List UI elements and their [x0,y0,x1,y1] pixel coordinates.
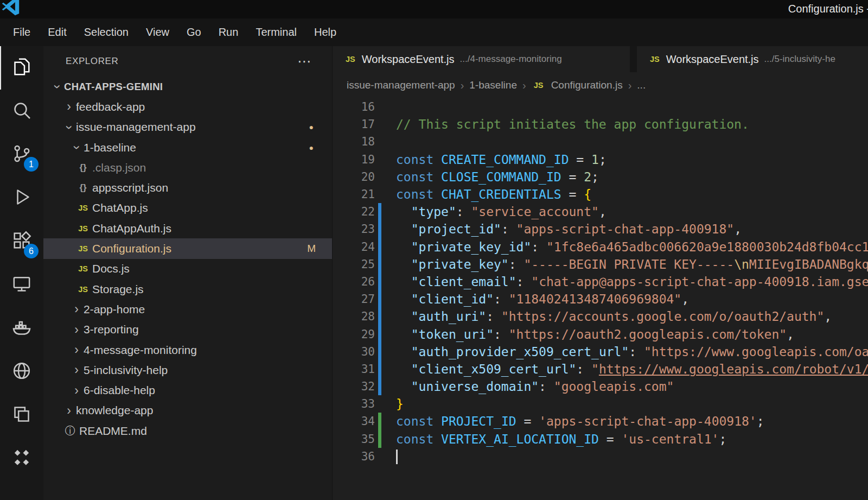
line-number[interactable]: 28 [333,310,375,323]
activity-bar-item-source-control[interactable]: 1 [0,133,43,176]
activity-bar-item-extension-pack[interactable] [0,437,43,480]
activity-bar-item-docker[interactable] [0,307,43,350]
line-number[interactable]: 34 [333,415,375,428]
tab-workspaceevent.js-2[interactable]: JSWorkspaceEvent.js.../5-inclusivity-he [637,46,868,72]
tree-item-3-reporting[interactable]: ›3-reporting [43,320,332,340]
menu-edit[interactable]: Edit [39,26,75,39]
tree-item-5-inclusivity-help[interactable]: ›5-inclusivity-help [43,360,332,380]
line-number[interactable]: 30 [333,345,375,358]
tree-item-chatappauth.js[interactable]: JSChatAppAuth.js [43,218,332,238]
line-number[interactable]: 35 [333,433,375,446]
menu-file[interactable]: File [4,26,39,39]
line-number[interactable]: 18 [333,135,375,148]
line-number[interactable]: 36 [333,450,375,463]
tree-item-chatapp.js[interactable]: JSChatApp.js [43,198,332,218]
line-number[interactable]: 27 [333,293,375,306]
menu-run[interactable]: Run [210,26,247,39]
code-line-20[interactable]: 20const CLOSE_COMMAND_ID = 2; [333,168,868,186]
breadcrumb-item[interactable]: 1-baseline [469,79,517,91]
tree-item-readme.md[interactable]: ⓘREADME.md [43,421,332,441]
activity-bar-item-run-debug[interactable] [0,176,43,220]
code-token: "client_x509_cert_url" [411,362,577,376]
code-line-21[interactable]: 21const CHAT_CREDENTIALS = { [333,186,868,203]
line-number[interactable]: 33 [333,397,375,410]
tree-item-label: 3-reporting [84,323,139,336]
more-actions-icon[interactable]: ⋯ [297,59,311,64]
line-number[interactable]: 23 [333,223,375,236]
breadcrumb-item[interactable]: ... [637,79,646,91]
tree-item-.clasp.json[interactable]: {}.clasp.json [43,157,332,178]
gutter-spacer [378,168,381,186]
tree-item-docs.js[interactable]: JSDocs.js [43,259,332,279]
code-line-25[interactable]: 25 "private_key": "-----BEGIN PRIVATE KE… [333,256,868,273]
code-line-22[interactable]: 22 "type": "service_account", [333,203,868,220]
chevron-right-icon: › [71,322,82,337]
tree-item-1-baseline[interactable]: ›1-baseline● [43,137,332,157]
code-line-28[interactable]: 28 "auth_uri": "https://accounts.google.… [333,308,868,325]
code-token: const [396,187,433,201]
activity-bar-item-remote-explorer[interactable] [0,263,43,307]
code-token: const [396,170,433,184]
line-number[interactable]: 25 [333,258,375,271]
breadcrumb-item[interactable]: issue-management-app [347,79,455,91]
activity-bar-item-remote-windows[interactable] [0,394,43,437]
menu-terminal[interactable]: Terminal [247,26,305,39]
line-number[interactable]: 20 [333,170,375,183]
code-line-35[interactable]: 35const VERTEX_AI_LOCATION_ID = 'us-cent… [333,431,868,448]
line-number[interactable]: 19 [333,153,375,166]
code-line-32[interactable]: 32 "universe_domain": "googleapis.com" [333,378,868,395]
activity-bar-item-search[interactable] [0,90,43,133]
line-number[interactable]: 21 [333,188,375,201]
code-line-18[interactable]: 18 [333,133,868,150]
line-number[interactable]: 29 [333,328,375,341]
menu-selection[interactable]: Selection [75,26,137,39]
gutter-added-icon [378,413,381,430]
line-number[interactable]: 17 [333,118,375,131]
tree-item-configuration.js[interactable]: JSConfiguration.jsM [43,238,332,258]
tree-item-4-message-monitoring[interactable]: ›4-message-monitoring [43,340,332,360]
code-line-19[interactable]: 19const CREATE_COMMAND_ID = 1; [333,151,868,168]
code-line-33[interactable]: 33} [333,395,868,413]
line-number[interactable]: 24 [333,240,375,254]
tree-item-feedback-app[interactable]: ›feedback-app [43,97,332,117]
menu-go[interactable]: Go [178,26,210,39]
code-line-26[interactable]: 26 "client_email": "chat-app@apps-script… [333,273,868,290]
code-line-30[interactable]: 30 "auth_provider_x509_cert_url": "https… [333,343,868,360]
tree-item-knowledge-app[interactable]: ›knowledge-app [43,401,332,421]
tab-workspaceevent.js-1[interactable]: JSWorkspaceEvent.js.../4-message-monitor… [333,46,630,72]
code-line-36[interactable]: 36 [333,448,868,465]
tree-item-chat-apps-gemini[interactable]: ›CHAT-APPS-GEMINI [43,77,332,97]
code-line-23[interactable]: 23 "project_id": "apps-script-chat-app-4… [333,220,868,238]
code-editor[interactable]: 1617// This script initiates the app con… [333,98,868,500]
tree-item-appsscript.json[interactable]: {}appsscript.json [43,178,332,198]
line-number[interactable]: 22 [333,205,375,218]
menu-view[interactable]: View [137,26,178,39]
code-line-content [396,449,398,464]
code-line-17[interactable]: 17// This script initiates the app confi… [333,116,868,133]
tree-item-issue-management-app[interactable]: ›issue-management-app● [43,117,332,137]
breadcrumb-item[interactable]: JSConfiguration.js [532,79,623,91]
code-line-34[interactable]: 34const PROJECT_ID = 'apps-script-chat-a… [333,413,868,430]
code-line-16[interactable]: 16 [333,98,868,116]
code-line-31[interactable]: 31 "client_x509_cert_url": "https://www.… [333,360,868,378]
text-cursor [396,450,398,464]
gutter-spacer [378,151,381,168]
activity-bar-item-github[interactable] [0,350,43,394]
code-line-29[interactable]: 29 "token_uri": "https://oauth2.googleap… [333,325,868,343]
line-number[interactable]: 16 [333,100,375,113]
line-number[interactable]: 32 [333,380,375,393]
menu-help[interactable]: Help [305,26,345,39]
line-number[interactable]: 26 [333,275,375,288]
line-number[interactable]: 31 [333,363,375,376]
tree-item-6-disable-help[interactable]: ›6-disable-help [43,380,332,400]
code-line-24[interactable]: 24 "private_key_id": "1fc8e6a465adbc0066… [333,238,868,256]
activity-bar-item-explorer[interactable] [0,46,43,90]
tree-item-storage.js[interactable]: JSStorage.js [43,279,332,299]
activity-bar-item-extensions[interactable]: 6 [0,220,43,263]
source-control-badge: 1 [24,157,39,172]
code-token [396,379,411,394]
tree-item-label: 2-app-home [84,303,145,316]
tree-item-2-app-home[interactable]: ›2-app-home [43,299,332,319]
monitor-icon [11,273,33,297]
code-line-27[interactable]: 27 "client_id": "118402413487406969804", [333,290,868,308]
